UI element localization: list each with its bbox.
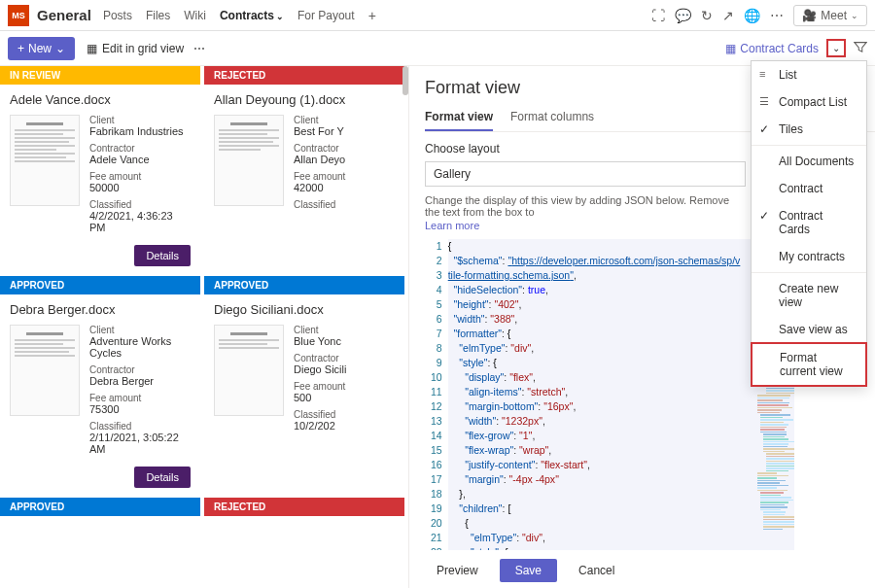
label-fee: Fee amount xyxy=(89,171,191,182)
status-bar-rejected: REJECTED xyxy=(204,66,404,85)
contract-card: Adele Vance.docx Client Fabrikam Industr… xyxy=(0,85,200,276)
dd-list[interactable]: ≡List xyxy=(752,61,866,88)
tab-for-payout[interactable]: For Payout xyxy=(298,9,355,22)
value-contractor: Adele Vance xyxy=(89,154,191,165)
card-title: Allan Deyoung (1).docx xyxy=(214,92,395,107)
channel-tabs: Posts Files Wiki Contracts⌄ For Payout + xyxy=(103,8,376,23)
status-bar-approved: APPROVED xyxy=(0,276,200,294)
value-classified: 4/2/2021, 4:36:23 PM xyxy=(89,210,191,233)
edit-grid-button[interactable]: ▦ Edit in grid view xyxy=(87,42,184,55)
view-switcher[interactable]: ▦ Contract Cards xyxy=(725,42,819,55)
dd-save-as[interactable]: Save view as xyxy=(752,316,866,343)
list-icon: ≡ xyxy=(759,68,765,80)
dd-contract-cards[interactable]: Contract Cards xyxy=(752,202,866,243)
code-content[interactable]: { "$schema": "https://developer.microsof… xyxy=(448,239,794,550)
tab-contracts[interactable]: Contracts⌄ xyxy=(220,9,284,22)
dd-compact[interactable]: ☰Compact List xyxy=(752,88,866,116)
panel-footer: Preview Save Cancel xyxy=(425,553,626,588)
tab-format-columns[interactable]: Format columns xyxy=(510,110,594,131)
contract-card: Allan Deyoung (1).docx Client Best For Y… xyxy=(204,85,404,225)
video-icon: 🎥 xyxy=(802,9,817,22)
dd-format-current[interactable]: Format current view xyxy=(751,342,867,387)
document-thumbnail xyxy=(214,325,284,416)
open-icon[interactable]: ↗ xyxy=(722,8,734,23)
tab-format-view[interactable]: Format view xyxy=(425,110,493,131)
label-classified: Classified xyxy=(89,199,191,210)
card-title: Adele Vance.docx xyxy=(10,92,191,107)
status-bar-inreview: IN REVIEW xyxy=(0,66,200,85)
dd-tiles[interactable]: Tiles xyxy=(752,116,866,143)
filter-icon[interactable] xyxy=(854,40,867,56)
status-bar-rejected: REJECTED xyxy=(204,498,404,516)
document-thumbnail xyxy=(214,115,284,206)
preview-button[interactable]: Preview xyxy=(425,559,490,582)
refresh-icon[interactable]: ↻ xyxy=(701,8,713,23)
details-button[interactable]: Details xyxy=(134,467,191,488)
channel-name: General xyxy=(37,7,91,23)
document-thumbnail xyxy=(10,325,80,416)
value-fee: 50000 xyxy=(89,182,191,193)
add-tab-button[interactable]: + xyxy=(368,8,376,23)
card-title: Diego Siciliani.docx xyxy=(214,302,395,317)
meet-button[interactable]: 🎥 Meet ⌄ xyxy=(793,5,867,26)
compact-list-icon: ☰ xyxy=(759,95,769,108)
more-icon[interactable]: ⋯ xyxy=(770,8,784,23)
chat-icon[interactable]: 💬 xyxy=(675,8,691,23)
cards-area: IN REVIEW Adele Vance.docx Client Fabrik… xyxy=(0,66,408,588)
contract-card: Diego Siciliani.docx Client Blue Yonc Co… xyxy=(204,294,404,447)
label-contractor: Contractor xyxy=(89,143,191,154)
chevron-down-icon: ⌄ xyxy=(851,11,858,20)
status-bar-approved: APPROVED xyxy=(0,498,200,516)
app-icon: MS xyxy=(8,5,29,26)
top-header: MS General Posts Files Wiki Contracts⌄ F… xyxy=(0,0,875,31)
dd-all-documents[interactable]: All Documents xyxy=(752,148,866,175)
command-bar: + New ⌄ ▦ Edit in grid view ⋯ ▦ Contract… xyxy=(0,31,875,66)
view-dropdown-chevron[interactable]: ⌄ xyxy=(826,39,846,57)
status-bar-approved: APPROVED xyxy=(204,276,404,294)
details-button[interactable]: Details xyxy=(134,245,191,266)
dd-create-new[interactable]: Create new view xyxy=(752,275,866,316)
header-right: ⛶ 💬 ↻ ↗ 🌐 ⋯ 🎥 Meet ⌄ xyxy=(651,5,867,26)
document-thumbnail xyxy=(10,115,80,206)
line-numbers: 1234567891011121314151617181920212223242… xyxy=(425,239,448,550)
more-commands-icon[interactable]: ⋯ xyxy=(193,42,205,55)
panel-description: Change the display of this view by addin… xyxy=(425,194,746,218)
content-area: IN REVIEW Adele Vance.docx Client Fabrik… xyxy=(0,66,875,588)
json-editor[interactable]: 1234567891011121314151617181920212223242… xyxy=(425,239,794,550)
new-button[interactable]: + New ⌄ xyxy=(8,37,75,60)
card-title: Debra Berger.docx xyxy=(10,302,191,317)
expand-icon[interactable]: ⛶ xyxy=(651,8,665,23)
tiles-icon: ▦ xyxy=(725,42,736,55)
dd-contract[interactable]: Contract xyxy=(752,175,866,202)
tab-files[interactable]: Files xyxy=(146,9,170,22)
cancel-button[interactable]: Cancel xyxy=(567,559,626,582)
tab-posts[interactable]: Posts xyxy=(103,9,132,22)
save-button[interactable]: Save xyxy=(500,559,557,582)
globe-icon[interactable]: 🌐 xyxy=(744,8,760,23)
grid-icon: ▦ xyxy=(87,42,97,55)
value-client: Fabrikam Industries xyxy=(89,125,191,137)
contract-card: Debra Berger.docx Client Adventure Works… xyxy=(0,294,200,498)
view-dropdown: ≡List ☰Compact List Tiles All Documents … xyxy=(751,60,867,387)
layout-select[interactable]: Gallery xyxy=(425,161,746,187)
tab-wiki[interactable]: Wiki xyxy=(184,9,206,22)
dd-my-contracts[interactable]: My contracts xyxy=(752,243,866,270)
chevron-down-icon: ⌄ xyxy=(276,12,284,21)
label-client: Client xyxy=(89,115,191,125)
